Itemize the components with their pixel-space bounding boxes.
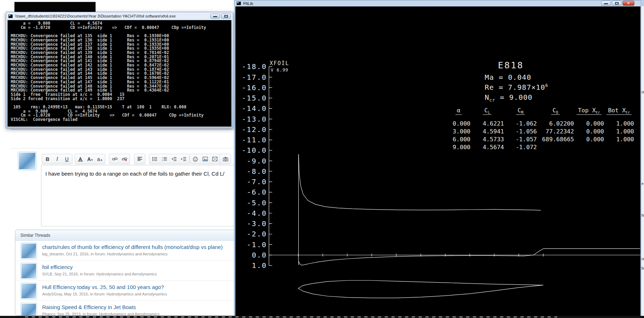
flow-param-ncr: Ncr = 9.000 <box>485 93 533 103</box>
thread-meta: Phancy, Sep 25, 2013, in forum: Hydrodyn… <box>42 312 160 316</box>
bullet-list-button[interactable] <box>150 155 159 163</box>
background-console-window <box>14 2 96 12</box>
thread-title-link[interactable]: foil efficiency <box>42 264 73 270</box>
polar-table-cell <box>537 144 574 151</box>
polar-table-cell <box>574 144 604 151</box>
thread-avatar[interactable] <box>20 283 37 299</box>
y-axis-tick-label: -5.0 <box>236 199 267 207</box>
polar-table-cell: 0.000 <box>574 128 604 135</box>
remove-link-icon <box>122 157 127 161</box>
image-button[interactable] <box>200 155 210 163</box>
taskbar-strip[interactable] <box>0 316 644 318</box>
y-axis-tick-label: -7.0 <box>236 177 267 186</box>
pltlib-titlebar[interactable]: PltLib <box>234 0 641 6</box>
remove-link-button[interactable] <box>120 155 129 163</box>
polar-table-cell: -1.062 <box>504 120 537 127</box>
pltlib-window-icon <box>236 1 241 5</box>
outdent-button[interactable] <box>169 155 179 163</box>
thread-title-link[interactable]: Raising Speed & Efficiency in Jet Boats <box>42 304 136 310</box>
y-axis-tick-label: -2.0 <box>236 230 267 238</box>
camera-button[interactable] <box>221 155 230 163</box>
y-axis-tick-label: -12.0 <box>236 125 267 134</box>
thread-avatar[interactable] <box>20 263 37 279</box>
thread-avatar[interactable] <box>20 243 37 259</box>
polar-table-header: Top Xtr <box>574 107 604 114</box>
cp-plot-svg <box>235 6 640 317</box>
media-icon <box>212 157 218 161</box>
italic-button[interactable]: I <box>53 155 62 163</box>
polar-table-header: CM <box>504 107 537 114</box>
polar-table-header: α <box>447 107 470 114</box>
y-axis-tick-label: -14.0 <box>236 104 267 113</box>
svg-text:1: 1 <box>162 157 163 159</box>
font-family-icon: aa <box>97 156 102 162</box>
y-axis-tick-label: -9.0 <box>236 157 267 165</box>
numbered-list-button[interactable]: 12 <box>160 155 169 163</box>
y-axis-tick-label: 0.0 <box>236 251 267 259</box>
polar-table-cell: 3.000 <box>447 128 470 135</box>
thread-title-link[interactable]: charts/rules of thumb for efficiency of … <box>42 244 223 250</box>
polar-table-cell: 689.68665 <box>537 136 574 143</box>
polar-table-cell: 0.000 <box>574 136 604 143</box>
y-axis-tick-label: -10.0 <box>236 146 267 155</box>
cp-x-axis <box>269 254 640 256</box>
right-edge-titlebar-sliver <box>641 0 644 6</box>
polar-table-cell: -1.057 <box>504 136 537 143</box>
italic-icon: I <box>56 156 58 162</box>
thread-meta: AndySGray, May 15, 2015, in forum: Hydro… <box>42 292 167 296</box>
flow-param-re: Re = 7.987×106 <box>485 83 548 93</box>
indent-button[interactable] <box>179 155 188 163</box>
polar-table-cell: -1.056 <box>504 128 537 135</box>
align-button[interactable] <box>135 155 144 163</box>
y-axis-tick-label: -8.0 <box>236 167 267 176</box>
y-axis-tick-label: -3.0 <box>236 219 267 228</box>
message-text: I have been trying to do a range on each… <box>45 171 238 177</box>
pltlib-close-button[interactable]: ✕ <box>623 1 634 6</box>
smiley-icon <box>193 157 198 162</box>
polar-table-cell <box>604 144 634 151</box>
thread-meta: SVLB, Sep 21, 2016, in forum: Hydrodynam… <box>42 272 157 276</box>
outdent-icon <box>171 157 176 161</box>
y-axis-tick-label: -1.0 <box>236 240 267 249</box>
font-family-button[interactable]: aa <box>95 155 104 163</box>
console-minimize-button[interactable] <box>210 14 220 19</box>
thread-row: foil efficiencySVLB, Sep 21, 2016, in fo… <box>15 261 238 281</box>
console-line: VISCAL: Convergence failed <box>11 118 231 122</box>
insert-link-button[interactable] <box>110 155 119 163</box>
y-axis-tick-label: -15.0 <box>236 94 267 102</box>
thread-row: Raising Speed & Efficiency in Jet BoatsP… <box>15 301 238 316</box>
console-output[interactable]: a = 9.000 CL = 4.5674 Cm = -1.0720 CD =+… <box>8 20 231 127</box>
font-size-icon: A▾ <box>87 156 93 162</box>
polar-table-header: CD <box>537 107 574 114</box>
camera-icon <box>223 157 228 161</box>
reply-box-bottom-border <box>11 129 237 130</box>
y-axis-tick-label: -6.0 <box>236 188 267 196</box>
polar-table-cell: 1.000 <box>604 120 634 127</box>
pltlib-maximize-button[interactable] <box>612 1 621 6</box>
pltlib-window-title: PltLib <box>243 1 639 6</box>
bold-button[interactable]: B <box>43 155 52 163</box>
airfoil-outline <box>298 280 543 298</box>
pltlib-minimize-button[interactable] <box>601 1 611 6</box>
font-size-button[interactable]: A▾ <box>85 155 95 163</box>
console-titlebar[interactable]: \\tawe_dfs\students\1\824221\Documents\Y… <box>6 12 233 20</box>
similar-threads-list: charts/rules of thumb for efficiency of … <box>15 241 238 316</box>
font-color-button[interactable]: A <box>76 155 85 163</box>
airfoil-name-label: E818 <box>498 60 524 70</box>
polar-table-cell: 77.22342 <box>537 128 574 135</box>
y-axis-tick-label: -11.0 <box>236 136 267 144</box>
underline-button[interactable]: U <box>62 155 71 163</box>
thread-avatar[interactable] <box>20 303 37 316</box>
toolbar-group-lists: 12 <box>149 154 189 164</box>
console-line: Cm = -1.0720 CD =+Infinity => CDf = 0.00… <box>11 26 231 30</box>
toolbar-group-capture <box>220 154 231 164</box>
thread-title-link[interactable]: Hull Efficiency today vs. 25, 50 and 100… <box>42 284 164 290</box>
media-button[interactable] <box>210 155 219 163</box>
smiley-button[interactable] <box>191 155 200 163</box>
polar-table-cell: 4.6221 <box>470 120 504 127</box>
thread-row: charts/rules of thumb for efficiency of … <box>15 241 238 261</box>
polar-table-row: 0.0004.6221-1.0626.022000.0001.000 <box>447 120 634 127</box>
console-maximize-button[interactable] <box>221 14 231 19</box>
toolbar-group-format: BIU <box>42 154 73 164</box>
editor-user-avatar[interactable] <box>18 152 36 170</box>
